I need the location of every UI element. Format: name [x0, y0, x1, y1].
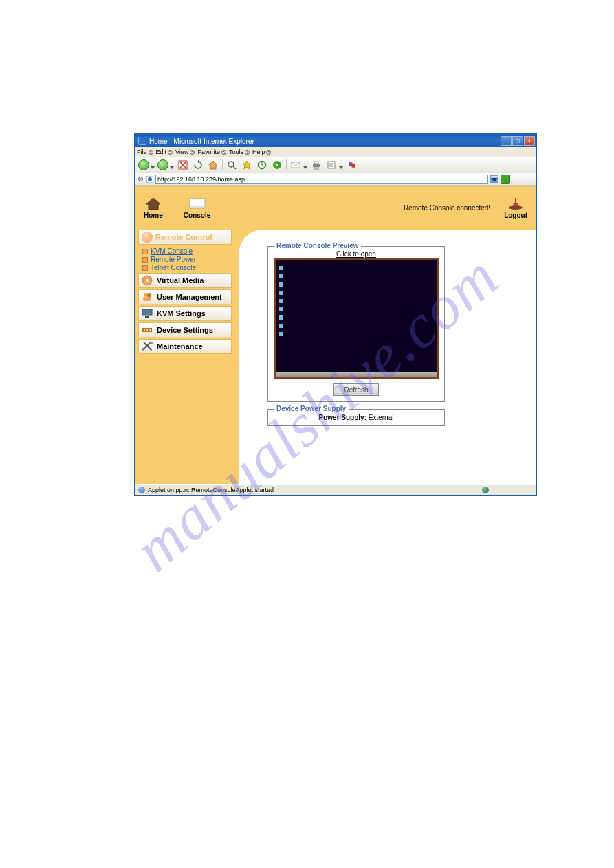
address-bar: ? http://192.168.10.239/home.asp [135, 173, 536, 186]
maintenance-icon [140, 340, 154, 353]
menu-glyph: ? [266, 150, 271, 155]
back-dropdown[interactable] [151, 163, 155, 167]
nav-console[interactable]: Console [184, 197, 210, 219]
address-input[interactable]: http://192.168.10.239/home.asp [155, 175, 488, 184]
favorites-icon[interactable] [241, 159, 253, 171]
internet-zone-icon [482, 487, 489, 493]
nav-console-label: Console [184, 212, 210, 219]
rcp-legend: Remote Console Preview [274, 242, 361, 249]
sidebar-remote-power[interactable]: Remote Power [142, 256, 239, 263]
edit-icon[interactable] [325, 159, 338, 171]
menu-favorite[interactable]: Favorite [197, 148, 220, 155]
sidebar-user-management[interactable]: User Management [138, 289, 232, 304]
svg-point-43 [142, 348, 144, 351]
search-icon[interactable] [226, 159, 238, 171]
svg-point-22 [351, 164, 355, 168]
sidebar-user-management-label: User Management [157, 293, 222, 301]
svg-point-31 [146, 279, 149, 282]
desktop-icon [279, 282, 283, 287]
home-icon [145, 197, 162, 210]
address-url: http://192.168.10.239/home.asp [157, 176, 245, 183]
menu-edit[interactable]: Edit [156, 148, 167, 155]
back-button[interactable] [138, 159, 149, 170]
power-supply-value: External [369, 414, 394, 421]
sidebar-telnet-console[interactable]: Telnet Console [142, 264, 239, 271]
svg-rect-35 [142, 309, 152, 315]
svg-point-5 [228, 162, 234, 167]
virtual-media-icon [140, 274, 154, 287]
menu-glyph: ? [190, 150, 195, 155]
desktop-icon [279, 266, 283, 270]
maximize-button[interactable]: □ [512, 136, 523, 146]
body-row: Remote Control KVM Console Remote Power … [135, 230, 536, 484]
svg-marker-4 [209, 161, 217, 169]
window-controls: _ □ × [501, 136, 536, 146]
menu-glyph: ? [168, 150, 173, 155]
title-bar: Home - Microsoft Internet Explorer _ □ × [135, 135, 536, 147]
mail-dropdown[interactable] [303, 163, 307, 167]
power-supply-label: Power Supply: [319, 414, 366, 421]
sidebar-device-settings-label: Device Settings [157, 326, 213, 334]
sidebar-remote-power-label: Remote Power [151, 256, 196, 263]
sidebar-maintenance[interactable]: Maintenance [138, 339, 232, 354]
kvm-settings-icon [140, 307, 154, 320]
msn-icon[interactable] [346, 159, 358, 171]
edit-dropdown[interactable] [339, 163, 343, 167]
sidebar-remote-control[interactable]: Remote Control [138, 230, 232, 245]
refresh-icon[interactable] [192, 159, 204, 171]
separator [286, 159, 287, 170]
address-dropdown[interactable] [490, 175, 498, 183]
history-icon[interactable] [256, 159, 268, 171]
preview-taskbar [276, 372, 437, 377]
svg-point-32 [144, 293, 148, 297]
click-to-open-link[interactable]: Click to open [274, 249, 439, 258]
forward-dropdown[interactable] [170, 163, 174, 167]
close-button[interactable]: × [524, 136, 535, 146]
nav-logout[interactable]: Logout [504, 197, 527, 219]
power-supply-row: Power Supply: External [274, 412, 439, 421]
home-icon[interactable] [207, 159, 219, 171]
browser-window: Home - Microsoft Internet Explorer _ □ ×… [134, 133, 537, 496]
menu-help[interactable]: Help [252, 148, 265, 155]
desktop-icon [279, 274, 283, 278]
sidebar-kvm-settings[interactable]: KVM Settings [138, 306, 232, 321]
menu-view[interactable]: View [175, 148, 188, 155]
menu-glyph: A [221, 150, 226, 155]
forward-button[interactable] [157, 159, 168, 170]
media-icon[interactable] [271, 159, 283, 171]
desktop-icon [279, 291, 283, 295]
svg-rect-40 [149, 329, 151, 331]
menu-file[interactable]: File [137, 148, 147, 155]
svg-point-24 [148, 177, 152, 181]
nav-home-label: Home [144, 212, 163, 219]
svg-rect-38 [144, 329, 145, 331]
mail-icon[interactable] [289, 159, 302, 171]
desktop-icon [279, 299, 283, 303]
nav-home[interactable]: Home [144, 197, 163, 219]
refresh-button[interactable]: Refresh [333, 383, 379, 396]
svg-marker-7 [243, 161, 251, 169]
sidebar-virtual-media-label: Virtual Media [157, 276, 204, 285]
menu-glyph: I [245, 150, 250, 155]
menu-glyph: ? [149, 150, 153, 155]
menu-tools[interactable]: Tools [229, 148, 243, 155]
sidebar-maintenance-label: Maintenance [157, 342, 203, 350]
stop-icon[interactable] [177, 159, 189, 171]
sidebar-device-settings[interactable]: Device Settings [138, 322, 232, 337]
print-icon[interactable] [310, 159, 322, 171]
svg-rect-15 [314, 162, 318, 164]
nav-logout-label: Logout [504, 212, 527, 219]
desktop-icon [279, 324, 283, 328]
sidebar-virtual-media[interactable]: Virtual Media [138, 273, 232, 288]
minimize-button[interactable]: _ [501, 136, 512, 146]
ie-icon [138, 137, 146, 145]
remote-control-icon [142, 232, 153, 243]
preview-screen[interactable] [274, 258, 439, 379]
status-icon [138, 487, 145, 493]
go-button[interactable] [501, 175, 510, 184]
window-title: Home - Microsoft Internet Explorer [149, 137, 498, 145]
svg-point-12 [276, 164, 278, 166]
sidebar-kvm-console[interactable]: KVM Console [142, 247, 239, 255]
page-content: Home Console Remote Console connected! L… [135, 186, 536, 484]
sidebar-kvm-console-label: KVM Console [151, 247, 193, 255]
